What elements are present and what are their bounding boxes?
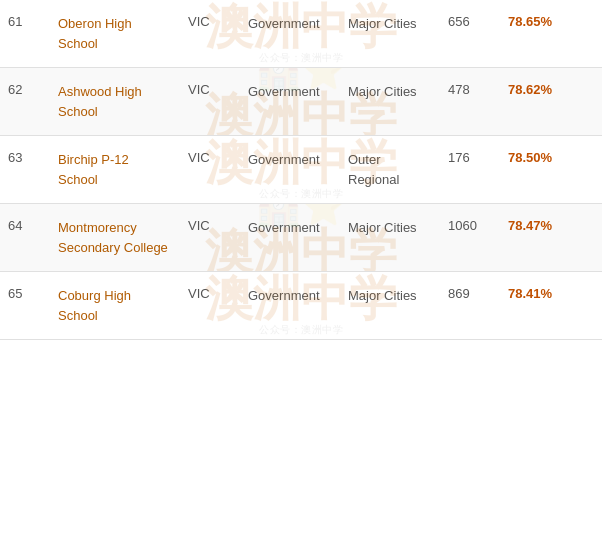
- school-name-cell: Coburg High School: [50, 282, 180, 329]
- size-cell: 176: [440, 146, 500, 169]
- rank-cell: 65: [0, 282, 50, 305]
- rankings-table: 61 Oberon High School VIC Government Maj…: [0, 0, 602, 340]
- location-cell: Major Cities: [340, 282, 440, 310]
- sector-cell: Government: [240, 146, 340, 174]
- school-name-cell: Oberon High School: [50, 10, 180, 57]
- score-cell: 78.50%: [500, 146, 580, 169]
- score-cell: 78.47%: [500, 214, 580, 237]
- table-row: 62 Ashwood High School VIC Government Ma…: [0, 68, 602, 136]
- rank-cell: 61: [0, 10, 50, 33]
- state-cell: VIC: [180, 78, 240, 101]
- table-row: 65 Coburg High School VIC Government Maj…: [0, 272, 602, 340]
- table-row: 64 Montmorency Secondary College VIC Gov…: [0, 204, 602, 272]
- size-cell: 478: [440, 78, 500, 101]
- state-cell: VIC: [180, 10, 240, 33]
- state-cell: VIC: [180, 146, 240, 169]
- size-cell: 656: [440, 10, 500, 33]
- score-cell: 78.62%: [500, 78, 580, 101]
- school-name-cell: Montmorency Secondary College: [50, 214, 180, 261]
- location-cell: Major Cities: [340, 78, 440, 106]
- location-cell: Major Cities: [340, 10, 440, 38]
- state-cell: VIC: [180, 214, 240, 237]
- rank-cell: 62: [0, 78, 50, 101]
- school-name-cell: Birchip P-12 School: [50, 146, 180, 193]
- sector-cell: Government: [240, 78, 340, 106]
- score-cell: 78.65%: [500, 10, 580, 33]
- rank-cell: 63: [0, 146, 50, 169]
- table-row: 63 Birchip P-12 School VIC Government Ou…: [0, 136, 602, 204]
- table-row: 61 Oberon High School VIC Government Maj…: [0, 0, 602, 68]
- state-cell: VIC: [180, 282, 240, 305]
- school-name-cell: Ashwood High School: [50, 78, 180, 125]
- sector-cell: Government: [240, 214, 340, 242]
- score-cell: 78.41%: [500, 282, 580, 305]
- sector-cell: Government: [240, 282, 340, 310]
- location-cell: Major Cities: [340, 214, 440, 242]
- location-cell: Outer Regional: [340, 146, 440, 193]
- rank-cell: 64: [0, 214, 50, 237]
- size-cell: 869: [440, 282, 500, 305]
- sector-cell: Government: [240, 10, 340, 38]
- size-cell: 1060: [440, 214, 500, 237]
